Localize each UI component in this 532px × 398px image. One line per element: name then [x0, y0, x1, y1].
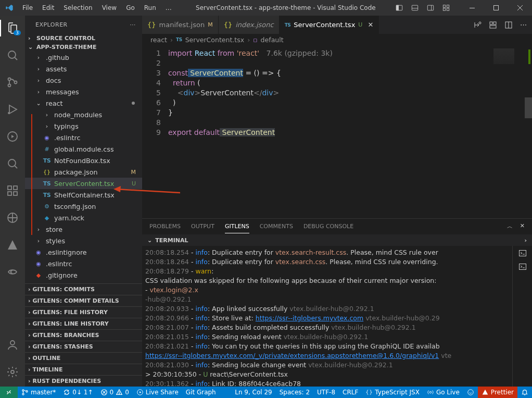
maximize-button[interactable] [484, 0, 508, 16]
close-icon[interactable]: ✕ [520, 222, 525, 230]
file-item[interactable]: ⚙tsconfig.json [25, 201, 142, 212]
toggle-primary-sidebar-icon[interactable] [396, 4, 403, 11]
file-item[interactable]: ◉.eslintrc [25, 132, 142, 143]
status-golive[interactable]: Go Live [423, 387, 463, 398]
vertical-scrollbar[interactable] [525, 45, 532, 218]
file-item[interactable]: ◆.gitignore [25, 269, 142, 281]
chevron-up-icon[interactable]: ︿ [507, 222, 513, 230]
folder-item[interactable]: ›typings [25, 120, 142, 132]
activity-docker[interactable] [0, 209, 25, 226]
status-problems[interactable]: 0 0 [97, 387, 133, 398]
status-liveshare[interactable]: Live Share [133, 387, 182, 398]
terminal[interactable]: 20:08:18.254 - info: Duplicate entry for… [142, 246, 532, 387]
activity-extensions[interactable] [0, 182, 25, 199]
status-prettier[interactable]: Prettier [478, 387, 517, 398]
section-collapsed[interactable]: ›GITLENS: LINE HISTORY [25, 318, 142, 329]
terminal-header[interactable]: ⌄TERMINAL › [142, 234, 532, 246]
folder-item[interactable]: ›.github [25, 52, 142, 63]
powershell-icon[interactable] [518, 249, 527, 257]
remote-button[interactable] [0, 387, 18, 398]
editor-tab[interactable]: {}manifest.jsonM [142, 16, 219, 34]
status-encoding[interactable]: UTF-8 [313, 387, 339, 398]
editor-tab[interactable]: TSServerContent.tsxU✕ [280, 16, 379, 34]
section-collapsed[interactable]: ›GITLENS: BRANCHES [25, 329, 142, 341]
breadcrumb-item[interactable]: ServerContent.tsx [185, 36, 245, 44]
menu-view[interactable]: View [98, 2, 121, 14]
status-spaces[interactable]: Spaces: 2 [276, 387, 313, 398]
file-item[interactable]: TSServerContent.tsxU [25, 178, 142, 189]
file-item[interactable]: #global.module.css [25, 143, 142, 155]
activity-settings[interactable] [0, 364, 25, 380]
menu-more[interactable]: … [161, 2, 176, 14]
customize-layout-icon[interactable] [442, 4, 450, 11]
activity-azure[interactable] [0, 237, 25, 253]
status-sync[interactable]: 0↓ 1↑ [59, 387, 96, 398]
file-item[interactable]: TSShelfContainer.tsx [25, 189, 142, 201]
code-content[interactable]: import React from 'react' 7.6k (gzipped:… [168, 45, 333, 218]
section-collapsed[interactable]: ›GITLENS: FILE HISTORY [25, 306, 142, 318]
status-branch[interactable]: master* [18, 387, 59, 398]
section-collapsed[interactable]: ›OUTLINE [25, 352, 142, 364]
run-icon[interactable] [489, 21, 497, 29]
file-item[interactable]: {}package.jsonM [25, 166, 142, 178]
section-collapsed[interactable]: ›GITLENS: COMMITS [25, 283, 142, 295]
explorer-more-icon[interactable]: ⋯ [130, 21, 136, 28]
activity-liveshare[interactable] [0, 128, 25, 145]
status-language[interactable]: TypeScript JSX [362, 387, 423, 398]
more-icon[interactable]: ⋯ [520, 21, 527, 29]
panel-tab[interactable]: OUTPUT [191, 220, 214, 233]
scrollbar-thumb[interactable] [525, 97, 532, 118]
compare-icon[interactable] [473, 21, 482, 29]
activity-remote[interactable] [0, 155, 25, 172]
breadcrumb-item[interactable]: default [261, 36, 284, 44]
status-gitgraph[interactable]: Git Graph [182, 387, 220, 398]
section-source-control[interactable]: › SOURCE CONTROL [25, 34, 142, 43]
close-icon[interactable]: ✕ [368, 21, 373, 29]
panel-tab[interactable]: GITLENS [225, 220, 249, 233]
folder-item[interactable]: ⌄react [25, 97, 142, 109]
section-collapsed[interactable]: ›RUST DEPENDENCIES [25, 375, 142, 387]
menu-selection[interactable]: Selection [59, 2, 96, 14]
menu-go[interactable]: Go [122, 2, 139, 14]
folder-item[interactable]: ›docs [25, 74, 142, 86]
activity-search[interactable] [0, 47, 25, 64]
toggle-panel-icon[interactable] [411, 4, 419, 11]
chevron-right-icon[interactable]: › [524, 237, 527, 244]
close-button[interactable] [508, 0, 532, 16]
code-editor[interactable]: 123456789 import React from 'react' 7.6k… [142, 45, 532, 218]
activity-gitlens[interactable] [0, 264, 25, 280]
minimap[interactable] [491, 45, 523, 218]
breadcrumb[interactable]: react › TS ServerContent.tsx › ▫ default [142, 34, 532, 45]
activity-explorer[interactable]: 3 [0, 20, 25, 36]
activity-run-debug[interactable] [0, 101, 25, 118]
menu-run[interactable]: Run [140, 2, 160, 14]
file-item[interactable]: ◉.eslintignore [25, 246, 142, 258]
menu-edit[interactable]: Edit [38, 2, 58, 14]
activity-accounts[interactable] [0, 337, 25, 353]
activity-source-control[interactable] [0, 74, 25, 91]
panel-tab[interactable]: DEBUG CONSOLE [303, 220, 353, 233]
folder-item[interactable]: ›node_modules [25, 109, 142, 120]
folder-item[interactable]: ›assets [25, 63, 142, 74]
section-collapsed[interactable]: ›GITLENS: COMMIT DETAILS [25, 295, 142, 306]
folder-item[interactable]: ›store [25, 223, 142, 235]
panel-tab[interactable]: COMMENTS [260, 220, 293, 233]
powershell-icon[interactable] [518, 263, 527, 271]
panel-tab[interactable]: PROBLEMS [149, 220, 181, 233]
editor-tab[interactable]: {}index.jsonc [219, 16, 280, 34]
status-cursor[interactable]: Ln 9, Col 29 [231, 387, 276, 398]
section-workspace[interactable]: ⌄ APP-STORE-THEME [25, 43, 142, 52]
file-item[interactable]: TSNotFoundBox.tsx [25, 155, 142, 166]
minimize-button[interactable] [460, 0, 484, 16]
section-collapsed[interactable]: ›TIMELINE [25, 364, 142, 375]
status-feedback[interactable] [463, 387, 478, 398]
file-item[interactable]: ◆yarn.lock [25, 212, 142, 223]
section-collapsed[interactable]: ›GITLENS: STASHES [25, 341, 142, 352]
toggle-secondary-sidebar-icon[interactable] [427, 4, 434, 11]
folder-item[interactable]: ›messages [25, 86, 142, 97]
status-notifications[interactable] [517, 387, 532, 398]
status-eol[interactable]: CRLF [339, 387, 362, 398]
menu-file[interactable]: File [18, 2, 37, 14]
folder-item[interactable]: ›styles [25, 235, 142, 246]
breadcrumb-item[interactable]: react [150, 36, 167, 44]
